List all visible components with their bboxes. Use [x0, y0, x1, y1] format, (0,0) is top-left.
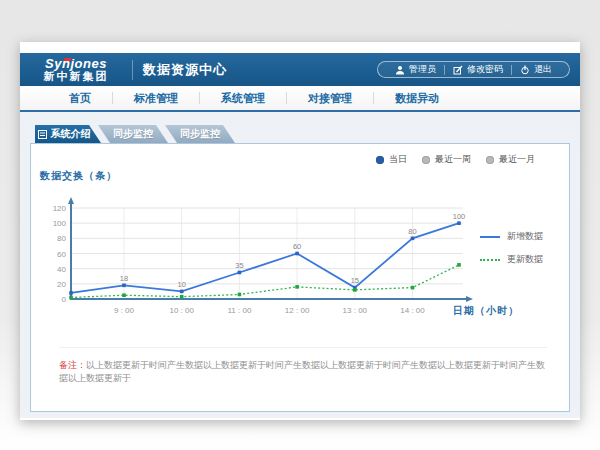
- nav-item-data-change[interactable]: 数据异动: [374, 91, 460, 106]
- nav-item-home[interactable]: 首页: [48, 91, 112, 106]
- chart-panel: 当日 最近一周 最近一月 数据交换（条） 0204060801001209 : …: [30, 143, 570, 412]
- svg-text:100: 100: [53, 219, 67, 228]
- legend-label: 更新数据: [507, 253, 543, 266]
- dotted-line-icon: [480, 259, 500, 261]
- radio-label: 最近一月: [499, 153, 535, 166]
- power-icon: [520, 65, 530, 75]
- tab-label: 系统介绍: [51, 127, 91, 141]
- svg-text:20: 20: [57, 280, 66, 289]
- logo-text-cn: 新中新集团: [30, 71, 122, 83]
- svg-text:14 : 00: 14 : 00: [400, 306, 425, 315]
- svg-text:12 : 00: 12 : 00: [285, 306, 310, 315]
- legend-label: 新增数据: [507, 230, 543, 243]
- logout-button[interactable]: 退出: [512, 63, 560, 76]
- tab-label: 同步监控: [180, 127, 220, 141]
- footnote-text: 以上数据更新于时间产生数据以上数据更新于时间产生数据以上数据更新于时间产生数据以…: [59, 360, 545, 383]
- radio-label: 当日: [389, 153, 407, 166]
- desktop-background: Synjones 新中新集团 数据资源中心 管理员 修改密: [0, 0, 600, 450]
- app-header: Synjones 新中新集团 数据资源中心 管理员 修改密: [20, 53, 580, 86]
- svg-text:35: 35: [235, 261, 243, 270]
- radio-unselected-icon: [422, 156, 430, 164]
- y-axis-title: 数据交换（条）: [40, 169, 117, 183]
- logout-label: 退出: [534, 63, 552, 76]
- chart-legend: 新增数据 更新数据: [480, 230, 543, 266]
- svg-text:60: 60: [57, 250, 66, 259]
- content-area: 系统介绍 同步监控 同步监控 当日 最近一周: [20, 112, 580, 418]
- header-divider: [132, 60, 133, 80]
- radio-unselected-icon: [486, 156, 494, 164]
- svg-text:9 : 00: 9 : 00: [114, 306, 135, 315]
- tab-sync-monitor-1[interactable]: 同步监控: [98, 125, 168, 143]
- user-menu: 管理员 修改密码 退出: [377, 61, 570, 78]
- footnote-prefix: 备注：: [59, 360, 86, 370]
- tab-bar: 系统介绍 同步监控 同步监控: [35, 125, 235, 143]
- svg-text:0: 0: [62, 295, 67, 304]
- app-window: Synjones 新中新集团 数据资源中心 管理员 修改密: [20, 42, 580, 420]
- nav-item-interface-mgmt[interactable]: 对接管理: [287, 91, 373, 106]
- app-title: 数据资源中心: [143, 61, 227, 79]
- svg-text:120: 120: [53, 204, 67, 213]
- tab-sync-monitor-2[interactable]: 同步监控: [165, 125, 235, 143]
- change-password-label: 修改密码: [467, 63, 503, 76]
- document-icon: [38, 130, 47, 139]
- legend-update-data: 更新数据: [480, 253, 543, 266]
- legend-new-data: 新增数据: [480, 230, 543, 243]
- window-top-strip: [20, 42, 580, 53]
- line-chart: 0204060801001209 : 0010 : 0011 : 0012 : …: [35, 194, 525, 332]
- svg-text:80: 80: [57, 234, 66, 243]
- svg-text:18: 18: [120, 274, 128, 283]
- radio-today[interactable]: 当日: [376, 153, 407, 166]
- svg-text:10: 10: [178, 280, 186, 289]
- user-icon: [395, 65, 405, 75]
- radio-last-month[interactable]: 最近一月: [486, 153, 535, 166]
- user-menu-admin[interactable]: 管理员: [387, 63, 444, 76]
- svg-text:80: 80: [408, 227, 416, 236]
- svg-text:13 : 00: 13 : 00: [343, 306, 368, 315]
- period-filter: 当日 最近一周 最近一月: [376, 153, 535, 166]
- svg-text:60: 60: [293, 242, 301, 251]
- radio-last-week[interactable]: 最近一周: [422, 153, 471, 166]
- company-logo: Synjones 新中新集团: [30, 56, 122, 82]
- change-password-button[interactable]: 修改密码: [445, 63, 511, 76]
- user-menu-label: 管理员: [409, 63, 436, 76]
- footnote: 备注：以上数据更新于时间产生数据以上数据更新于时间产生数据以上数据更新于时间产生…: [59, 347, 547, 384]
- nav-item-standard-mgmt[interactable]: 标准管理: [113, 91, 199, 106]
- tab-system-intro[interactable]: 系统介绍: [35, 125, 101, 143]
- solid-line-icon: [480, 236, 500, 238]
- svg-text:15: 15: [351, 276, 359, 285]
- logo-text-en: Synjones: [30, 57, 122, 71]
- svg-text:11 : 00: 11 : 00: [227, 306, 251, 315]
- nav-item-system-mgmt[interactable]: 系统管理: [200, 91, 286, 106]
- svg-text:40: 40: [57, 265, 66, 274]
- tab-label: 同步监控: [113, 127, 153, 141]
- edit-icon: [453, 65, 463, 75]
- svg-text:100: 100: [453, 212, 466, 221]
- main-nav: 首页 标准管理 系统管理 对接管理 数据异动: [20, 86, 580, 112]
- svg-text:10 : 00: 10 : 00: [169, 306, 194, 315]
- radio-label: 最近一周: [435, 153, 471, 166]
- radio-selected-icon: [376, 156, 384, 164]
- svg-text:日期（小时）: 日期（小时）: [453, 305, 519, 316]
